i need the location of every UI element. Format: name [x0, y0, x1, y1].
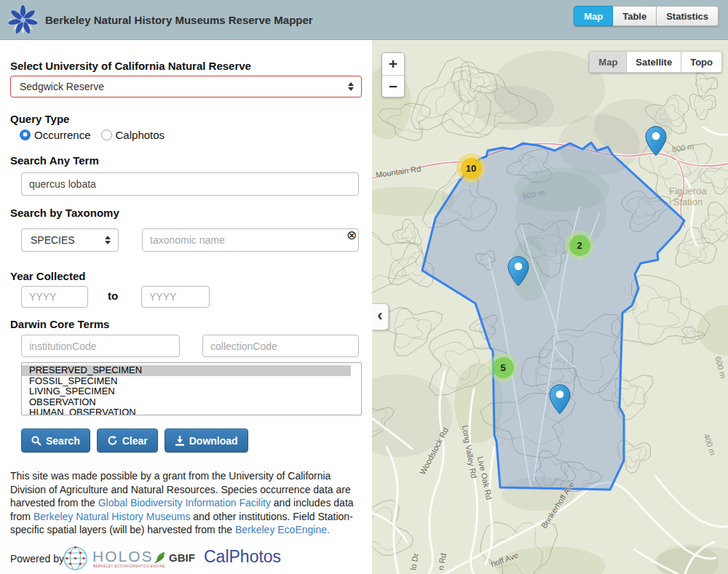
- layer-button-map[interactable]: Map: [589, 51, 627, 73]
- zoom-out-button[interactable]: −: [382, 75, 404, 97]
- layer-button-satellite[interactable]: Satellite: [627, 51, 681, 73]
- year-label: Year Collected: [10, 270, 85, 282]
- any-term-label: Search Any Term: [10, 154, 99, 167]
- credit-link[interactable]: Global Biodiversity Information Facility: [98, 497, 271, 509]
- radio-label: Occurrence: [34, 129, 91, 141]
- bnhm-logo-icon: [6, 3, 40, 37]
- view-switcher: MapTableStatistics: [574, 6, 719, 26]
- topo-map-tiles: [372, 40, 728, 574]
- credits-text: This site was made possible by a grant f…: [10, 469, 366, 537]
- reserve-select-label: Select University of California Natural …: [10, 60, 251, 72]
- search-icon: [31, 436, 41, 446]
- listbox-option-fossil-specimen[interactable]: FOSSIL_SPECIMEN: [22, 376, 361, 387]
- taxonomy-label: Search by Taxonomy: [10, 207, 119, 219]
- holos-globe-icon[interactable]: [62, 545, 89, 572]
- year-to-input[interactable]: [141, 286, 210, 308]
- map-canvas[interactable]: Mountain Rd800 mFigueroa Station600 m600…: [372, 40, 728, 574]
- download-button[interactable]: Download: [165, 428, 248, 453]
- cluster-count: 2: [569, 235, 590, 256]
- darwin-core-label: Darwin Core Terms: [10, 318, 109, 330]
- sidebar: Select University of California Natural …: [0, 40, 372, 574]
- institution-code-input[interactable]: [21, 335, 180, 357]
- header: Berkeley Natural History Museums Reserve…: [0, 0, 728, 40]
- radio-dot: [20, 129, 31, 140]
- map-pin[interactable]: [549, 384, 571, 415]
- clear-taxonomy-icon[interactable]: ⊗: [347, 229, 357, 242]
- map-pin[interactable]: [645, 126, 667, 156]
- page-title: Berkeley Natural History Museums Reserve…: [45, 0, 313, 40]
- cluster-count: 5: [493, 357, 514, 378]
- refresh-icon: [107, 435, 118, 446]
- holos-logo[interactable]: HOLOS: [92, 548, 154, 565]
- holos-subtitle: BERKELEY ECOINFORMATICS ENGINE: [93, 565, 165, 568]
- powered-by-label: Powered by: [10, 553, 64, 565]
- cluster-count: 10: [461, 158, 482, 179]
- query-type-radio-occurrence[interactable]: Occurrence: [20, 129, 91, 141]
- basis-of-record-listbox: PRESERVED_SPECIMENFOSSIL_SPECIMENLIVING_…: [21, 362, 362, 415]
- action-buttons: Search Clear Download: [21, 428, 248, 453]
- reserve-select-value: Sedgwick Reserve: [20, 81, 104, 92]
- taxonomy-rank-select[interactable]: SPECIES: [21, 228, 119, 252]
- listbox-option-observation[interactable]: OBSERVATION: [22, 397, 361, 408]
- credit-link[interactable]: Berkeley EcoEngine.: [235, 524, 330, 535]
- view-tab-table[interactable]: Table: [613, 6, 657, 26]
- year-from-input[interactable]: [21, 286, 88, 308]
- marker-cluster-5[interactable]: 5: [488, 353, 518, 382]
- zoom-in-button[interactable]: +: [382, 53, 404, 75]
- basemap-switcher: MapSatelliteTopo: [589, 51, 722, 73]
- collection-code-input[interactable]: [202, 335, 359, 357]
- select-updown-icon: [348, 82, 354, 91]
- gbif-logo[interactable]: GBIF: [154, 551, 195, 564]
- select-updown-icon: [105, 236, 111, 244]
- view-tab-statistics[interactable]: Statistics: [657, 6, 719, 26]
- taxonomy-rank-value: SPECIES: [31, 234, 75, 246]
- radio-label: Calphotos: [116, 129, 165, 141]
- marker-cluster-10[interactable]: 10: [456, 154, 486, 183]
- zoom-control: + −: [381, 52, 405, 97]
- query-type-label: Query Type: [10, 113, 69, 125]
- sidebar-collapse-button[interactable]: ‹: [372, 303, 389, 330]
- powered-by-row: Powered by HOLOS BERKELEY ECOINFORMATICS…: [0, 543, 372, 574]
- map-pin[interactable]: [507, 256, 529, 287]
- marker-cluster-2[interactable]: 2: [565, 231, 594, 260]
- radio-dot: [101, 129, 112, 140]
- query-type-radios: OccurrenceCalphotos: [20, 129, 165, 141]
- gbif-leaf-icon: [154, 551, 167, 564]
- listbox-option-human-observation[interactable]: HUMAN_OBSERVATION: [22, 407, 361, 415]
- search-button[interactable]: Search: [21, 428, 90, 453]
- app: Berkeley Natural History Museums Reserve…: [0, 0, 728, 574]
- listbox-option-preserved-specimen[interactable]: PRESERVED_SPECIMEN: [22, 365, 351, 376]
- view-tab-map[interactable]: Map: [574, 6, 613, 26]
- layer-button-topo[interactable]: Topo: [681, 51, 722, 73]
- download-icon: [175, 435, 185, 446]
- any-term-input[interactable]: [21, 172, 359, 196]
- taxonomy-name-input[interactable]: [142, 228, 359, 252]
- clear-button[interactable]: Clear: [97, 428, 158, 453]
- query-type-radio-calphotos[interactable]: Calphotos: [101, 129, 165, 141]
- calphotos-logo[interactable]: CalPhotos: [204, 547, 281, 567]
- credit-link[interactable]: Berkeley Natural History Museums: [33, 511, 191, 522]
- year-separator: to: [108, 290, 118, 302]
- listbox-option-living-specimen[interactable]: LIVING_SPECIMEN: [22, 386, 361, 397]
- reserve-select[interactable]: Sedgwick Reserve: [10, 76, 362, 97]
